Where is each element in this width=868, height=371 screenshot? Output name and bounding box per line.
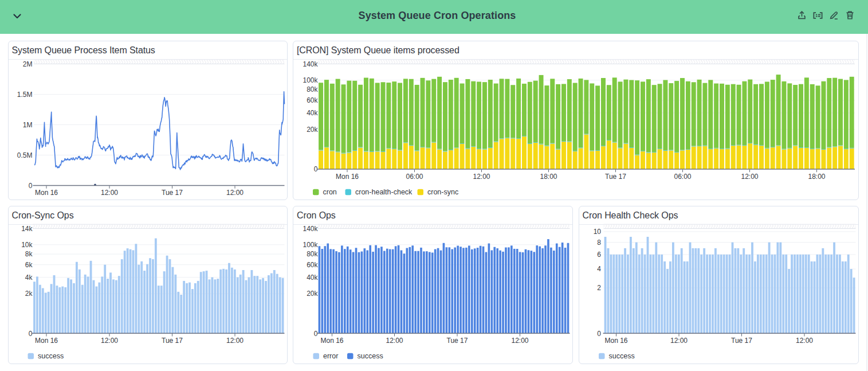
svg-text:4k: 4k bbox=[25, 274, 33, 282]
svg-text:0: 0 bbox=[29, 330, 33, 338]
svg-text:40k: 40k bbox=[307, 274, 318, 282]
svg-text:0: 0 bbox=[597, 330, 601, 338]
svg-text:6: 6 bbox=[597, 251, 601, 259]
svg-text:Mon 16: Mon 16 bbox=[336, 173, 359, 181]
svg-text:cron-sync: cron-sync bbox=[427, 188, 458, 196]
svg-text:12:00: 12:00 bbox=[796, 337, 813, 345]
svg-text:12:00: 12:00 bbox=[670, 337, 688, 345]
svg-text:60k: 60k bbox=[307, 261, 318, 269]
svg-text:80k: 80k bbox=[307, 250, 318, 258]
svg-text:0: 0 bbox=[29, 182, 33, 190]
svg-text:12:00: 12:00 bbox=[511, 337, 528, 345]
svg-text:20k: 20k bbox=[307, 290, 318, 298]
svg-text:Tue 17: Tue 17 bbox=[162, 337, 183, 345]
svg-text:60k: 60k bbox=[307, 96, 318, 104]
svg-text:error: error bbox=[323, 352, 338, 360]
svg-text:Tue 17: Tue 17 bbox=[731, 337, 752, 345]
svg-text:8k: 8k bbox=[25, 250, 33, 258]
svg-text:Mon 16: Mon 16 bbox=[604, 337, 627, 345]
svg-text:12:00: 12:00 bbox=[226, 189, 243, 197]
svg-text:Tue 17: Tue 17 bbox=[605, 173, 626, 181]
svg-text:100k: 100k bbox=[303, 241, 318, 249]
svg-text:06:00: 06:00 bbox=[406, 173, 423, 181]
svg-text:40k: 40k bbox=[307, 109, 318, 117]
svg-text:Tue 17: Tue 17 bbox=[162, 189, 183, 197]
svg-text:140k: 140k bbox=[303, 60, 318, 68]
svg-text:success: success bbox=[358, 352, 383, 360]
svg-text:4: 4 bbox=[597, 265, 601, 273]
svg-text:12:00: 12:00 bbox=[101, 189, 118, 197]
svg-text:12:00: 12:00 bbox=[101, 337, 118, 345]
svg-text:18:00: 18:00 bbox=[808, 173, 825, 181]
svg-text:0.5M: 0.5M bbox=[17, 151, 33, 159]
svg-text:cron-health-check: cron-health-check bbox=[355, 188, 413, 196]
svg-text:12:00: 12:00 bbox=[473, 173, 490, 181]
svg-text:18:00: 18:00 bbox=[540, 173, 557, 181]
svg-text:06:00: 06:00 bbox=[674, 173, 691, 181]
svg-text:100k: 100k bbox=[303, 76, 318, 84]
svg-text:12:00: 12:00 bbox=[226, 337, 243, 345]
svg-text:12:00: 12:00 bbox=[386, 337, 403, 345]
svg-text:1.5M: 1.5M bbox=[17, 91, 33, 99]
svg-text:Mon 16: Mon 16 bbox=[35, 189, 58, 197]
svg-text:140k: 140k bbox=[303, 225, 318, 233]
svg-text:success: success bbox=[38, 352, 64, 360]
svg-text:2: 2 bbox=[597, 284, 601, 292]
svg-text:10k: 10k bbox=[21, 241, 33, 249]
svg-text:10: 10 bbox=[594, 228, 602, 236]
svg-text:6k: 6k bbox=[25, 261, 33, 269]
svg-text:cron: cron bbox=[323, 188, 337, 196]
svg-text:Mon 16: Mon 16 bbox=[35, 337, 58, 345]
svg-text:12:00: 12:00 bbox=[741, 173, 758, 181]
svg-text:2M: 2M bbox=[23, 60, 33, 68]
svg-text:1M: 1M bbox=[23, 121, 33, 129]
svg-text:Tue 17: Tue 17 bbox=[447, 337, 468, 345]
svg-text:80k: 80k bbox=[307, 85, 318, 93]
svg-text:14k: 14k bbox=[21, 225, 33, 233]
svg-text:20k: 20k bbox=[307, 126, 318, 134]
svg-text:2k: 2k bbox=[25, 290, 33, 298]
svg-text:8: 8 bbox=[597, 239, 601, 247]
svg-text:Mon 16: Mon 16 bbox=[320, 337, 343, 345]
svg-text:success: success bbox=[609, 352, 635, 360]
